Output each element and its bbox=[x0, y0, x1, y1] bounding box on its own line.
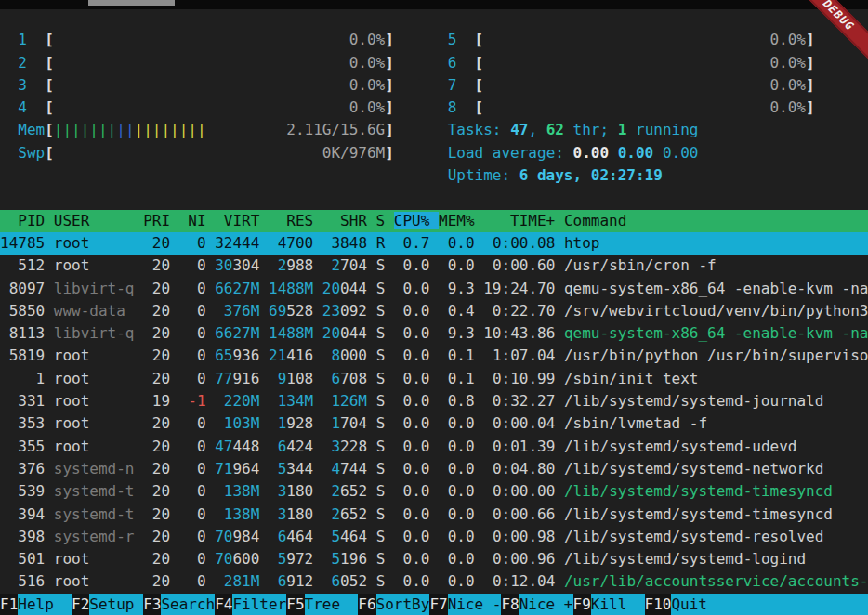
text-segment bbox=[259, 392, 269, 410]
process-row[interactable]: 8097 libvirt-q 20 0 6627M 1488M 20044 S … bbox=[0, 278, 868, 300]
fkey-button-F5[interactable]: F5Tree bbox=[286, 594, 358, 615]
column-header-pid[interactable]: PID bbox=[0, 212, 54, 229]
terminal-tab[interactable] bbox=[88, 0, 175, 6]
cell-user: root bbox=[54, 438, 143, 455]
cell-state: S bbox=[376, 414, 394, 432]
process-row[interactable]: 1 root 20 0 77916 9108 6708 S 0.0 0.1 0:… bbox=[0, 368, 868, 390]
cell-pid: 331 bbox=[0, 392, 54, 410]
meter-close-bracket: ] bbox=[806, 31, 815, 48]
process-row[interactable]: 394 systemd-t 20 0 138M 3180 2652 S 0.0 … bbox=[0, 504, 868, 526]
text-segment bbox=[54, 98, 349, 116]
text-segment bbox=[313, 528, 322, 545]
cell-ni: 0 bbox=[179, 347, 216, 364]
fkey-label: Search bbox=[161, 594, 215, 615]
process-row[interactable]: 355 root 20 0 47448 6424 3228 S 0.0 0.0 … bbox=[0, 436, 868, 458]
cell-cpu-percent: 0.0 bbox=[394, 528, 439, 545]
column-header-virt[interactable]: VIRT bbox=[215, 212, 269, 229]
cell-res: 21 bbox=[269, 347, 286, 364]
fkey-button-F8[interactable]: F8Nice + bbox=[501, 594, 572, 615]
cell-command: /sbin/init text bbox=[564, 370, 699, 387]
cell-ni: 0 bbox=[179, 256, 216, 274]
column-header-shr[interactable]: SHR bbox=[322, 212, 376, 229]
cell-state: S bbox=[376, 482, 394, 500]
cell-mem-percent: 0.0 bbox=[439, 460, 483, 478]
cell-virt: 77 bbox=[215, 370, 232, 387]
text-segment bbox=[322, 347, 332, 364]
meter-close-bracket: ] bbox=[385, 98, 394, 116]
column-header-s[interactable]: S bbox=[376, 212, 394, 229]
cell-ni: 0 bbox=[179, 460, 216, 478]
cell-mem-percent: 0.0 bbox=[439, 438, 483, 455]
process-row[interactable]: 14785 root 20 0 32444 4700 3848 R 0.7 0.… bbox=[0, 232, 868, 255]
cell-res-low: 424 bbox=[286, 438, 313, 455]
meter-open-bracket: [ bbox=[475, 98, 484, 116]
cell-shr: 4 bbox=[331, 460, 340, 478]
fkey-button-F3[interactable]: F3Search bbox=[143, 594, 215, 615]
cell-pri: 20 bbox=[143, 347, 179, 364]
cell-pri: 20 bbox=[143, 528, 179, 545]
fkey-button-F6[interactable]: F6SortBy bbox=[358, 594, 429, 615]
text-segment bbox=[259, 528, 269, 545]
cell-cpu-percent: 0.0 bbox=[394, 505, 439, 523]
cell-ni: 0 bbox=[179, 234, 216, 252]
process-row[interactable]: 516 root 20 0 281M 6912 6052 S 0.0 0.0 0… bbox=[0, 570, 868, 593]
cell-user: systemd-t bbox=[54, 505, 143, 523]
text-segment bbox=[367, 256, 376, 274]
process-row[interactable]: 539 systemd-t 20 0 138M 3180 2652 S 0.0 … bbox=[0, 480, 868, 503]
cell-virt: 138M bbox=[224, 505, 260, 523]
meter-close-bracket: ] bbox=[385, 121, 394, 138]
cell-shr: 1 bbox=[331, 414, 340, 432]
process-row[interactable]: 501 root 20 0 70600 5972 5196 S 0.0 0.0 … bbox=[0, 548, 868, 570]
text-segment bbox=[269, 505, 278, 523]
process-row[interactable]: 5819 root 20 0 65936 21416 8000 S 0.0 0.… bbox=[0, 345, 868, 367]
fkey-button-F7[interactable]: F7Nice - bbox=[429, 594, 501, 615]
column-header-ni[interactable]: NI bbox=[179, 212, 216, 229]
process-row[interactable]: 8113 libvirt-q 20 0 6627M 1488M 20044 S … bbox=[0, 322, 868, 345]
cell-virt: 32 bbox=[215, 234, 232, 252]
text-segment bbox=[269, 572, 278, 590]
fkey-label: Nice - bbox=[448, 594, 502, 615]
meter-open-bracket: [ bbox=[45, 144, 54, 162]
column-header-time[interactable]: TIME+ bbox=[483, 212, 564, 229]
cpu-percent: 0.0% bbox=[349, 31, 386, 48]
cpu-id: 3 bbox=[18, 76, 27, 94]
text-segment bbox=[394, 54, 448, 72]
fkey-button-F4[interactable]: F4Filter bbox=[215, 594, 286, 615]
text-segment bbox=[269, 482, 278, 500]
process-row[interactable]: 512 root 20 0 30304 2988 2704 S 0.0 0.0 … bbox=[0, 255, 868, 277]
cell-pid: 5850 bbox=[0, 302, 54, 320]
window-top-strip bbox=[0, 0, 868, 9]
process-row[interactable]: 331 root 19 -1 220M 134M 126M S 0.0 0.8 … bbox=[0, 390, 868, 412]
fkey-number: F7 bbox=[429, 594, 447, 615]
cell-res: 1488M bbox=[269, 280, 313, 297]
cell-shr-low: 196 bbox=[340, 550, 367, 568]
process-row[interactable]: 353 root 20 0 103M 1928 1704 S 0.0 0.0 0… bbox=[0, 412, 868, 435]
column-header-mem[interactable]: MEM% bbox=[439, 212, 483, 229]
fkey-button-F2[interactable]: F2Setup bbox=[72, 594, 143, 615]
cell-pid: 516 bbox=[0, 572, 54, 590]
cell-virt: 376M bbox=[224, 302, 260, 320]
column-header-pri[interactable]: PRI bbox=[143, 212, 179, 229]
process-row[interactable]: 376 systemd-n 20 0 71964 5344 4744 S 0.0… bbox=[0, 458, 868, 480]
cell-ni: -1 bbox=[179, 392, 216, 410]
swap-load-row: Swp[ 0K/976M] Load average: 0.00 0.00 0.… bbox=[0, 142, 868, 164]
meter-open-bracket: [ bbox=[45, 121, 54, 138]
column-header-res[interactable]: RES bbox=[269, 212, 322, 229]
cell-res-low: 108 bbox=[286, 370, 313, 387]
cell-pri: 20 bbox=[143, 505, 179, 523]
fkey-button-F9[interactable]: F9Kill bbox=[573, 594, 645, 615]
cell-shr-low: 848 bbox=[340, 234, 367, 252]
column-header-user[interactable]: USER bbox=[54, 212, 143, 229]
fkey-button-F10[interactable]: F10Quit bbox=[645, 594, 868, 615]
column-header-cpu[interactable]: CPU% bbox=[394, 212, 439, 229]
text-segment bbox=[269, 438, 278, 455]
cell-shr: 2 bbox=[331, 256, 340, 274]
text-segment bbox=[259, 572, 269, 590]
fkey-button-F1[interactable]: F1Help bbox=[0, 594, 72, 615]
cell-virt: 6627M bbox=[215, 280, 259, 297]
cell-pid: 501 bbox=[0, 550, 54, 568]
column-header-cmd[interactable]: Command bbox=[564, 212, 626, 229]
process-row[interactable]: 398 systemd-r 20 0 70984 6464 5464 S 0.0… bbox=[0, 526, 868, 548]
cell-command: /lib/systemd/systemd-timesyncd bbox=[564, 482, 833, 500]
process-row[interactable]: 5850 www-data 20 0 376M 69528 23092 S 0.… bbox=[0, 300, 868, 322]
